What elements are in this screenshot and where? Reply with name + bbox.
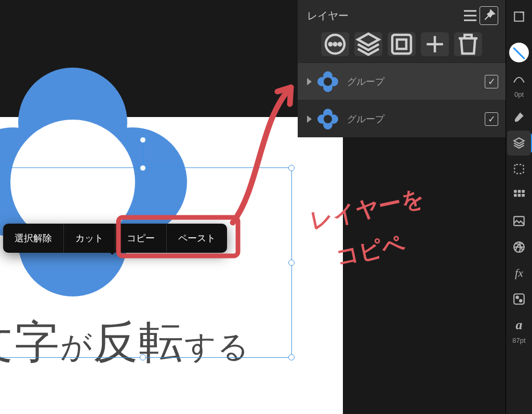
layers-panel-title: レイヤー	[307, 9, 461, 23]
resize-handle[interactable]	[140, 165, 146, 171]
svg-point-16	[324, 77, 332, 86]
layers-panel: レイヤー グループ ✓ グループ ✓	[298, 0, 506, 137]
color-swatch[interactable]	[509, 43, 529, 62]
layer-name: グループ	[347, 75, 485, 88]
aperture-tool-icon[interactable]	[507, 235, 531, 260]
context-menu: 選択解除 カット コピー ペースト	[3, 224, 227, 253]
text-size-label: 87pt	[512, 337, 525, 344]
layer-mask-icon[interactable]	[388, 32, 416, 56]
paste-button[interactable]: ペースト	[167, 224, 227, 253]
layer-row[interactable]: グループ ✓	[298, 100, 506, 137]
svg-rect-24	[514, 190, 516, 192]
layers-tool-icon[interactable]	[507, 131, 531, 156]
svg-rect-29	[522, 194, 524, 197]
layer-row[interactable]: グループ ✓	[298, 62, 506, 100]
resize-handle[interactable]	[140, 354, 146, 360]
svg-rect-9	[397, 40, 406, 49]
svg-point-7	[339, 43, 341, 46]
stroke-size-label: 0pt	[514, 90, 524, 98]
cut-button[interactable]: カット	[64, 224, 115, 253]
svg-point-21	[324, 115, 332, 123]
resize-handle[interactable]	[288, 165, 295, 171]
layer-stack-icon[interactable]	[354, 32, 382, 56]
layer-thumbnail	[317, 71, 339, 93]
svg-rect-28	[518, 194, 521, 197]
layer-thumbnail	[317, 108, 339, 130]
selection-bounds[interactable]	[0, 167, 292, 358]
resize-handle[interactable]	[288, 354, 295, 360]
deselect-button[interactable]: 選択解除	[3, 224, 64, 253]
grid-tool-icon[interactable]	[507, 183, 531, 208]
layers-panel-header: レイヤー	[298, 0, 506, 29]
svg-rect-8	[392, 35, 411, 54]
svg-rect-23	[514, 164, 523, 173]
stroke-tool-icon[interactable]	[507, 67, 531, 92]
text-tool-icon[interactable]: a	[507, 313, 531, 338]
fullscreen-icon[interactable]	[507, 4, 531, 29]
svg-rect-25	[518, 190, 521, 192]
layer-visibility-checkbox[interactable]: ✓	[485, 112, 498, 126]
layer-visibility-checkbox[interactable]: ✓	[485, 75, 498, 88]
fx-tool-icon[interactable]: fx	[507, 261, 531, 286]
svg-point-34	[520, 300, 522, 302]
selection-tool-icon[interactable]	[507, 157, 531, 182]
resize-handle[interactable]	[288, 260, 295, 266]
layer-name: グループ	[347, 113, 485, 125]
add-layer-icon[interactable]	[421, 32, 449, 56]
adjust-tool-icon[interactable]	[507, 287, 531, 312]
svg-rect-26	[522, 190, 524, 192]
annotation-text: コピペ	[334, 231, 407, 270]
svg-point-33	[516, 296, 518, 299]
list-view-icon[interactable]	[461, 6, 480, 25]
sidebar: 0pt fx a 87pt	[506, 0, 532, 414]
copy-button[interactable]: コピー	[115, 224, 167, 253]
brush-tool-icon[interactable]	[507, 105, 531, 130]
rotate-handle[interactable]	[140, 137, 146, 143]
svg-rect-27	[514, 194, 516, 197]
svg-rect-32	[514, 294, 524, 304]
pin-icon[interactable]	[480, 6, 498, 25]
layers-toolbar	[298, 29, 506, 62]
delete-layer-icon[interactable]	[454, 32, 482, 56]
expand-icon[interactable]	[307, 115, 312, 123]
svg-point-5	[329, 43, 332, 46]
svg-rect-22	[514, 12, 523, 21]
expand-icon[interactable]	[307, 78, 312, 85]
layer-options-icon[interactable]	[321, 32, 349, 56]
image-tool-icon[interactable]	[507, 209, 531, 234]
svg-point-6	[334, 43, 337, 46]
